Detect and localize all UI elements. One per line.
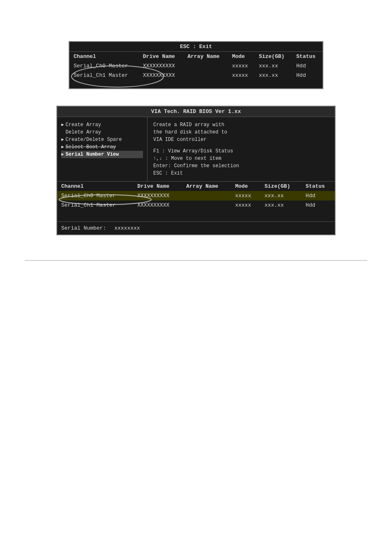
cell-mode: xxxxx (231, 191, 261, 200)
menu-item-create-delete-spare[interactable]: ► Create/Delete Spare (61, 136, 143, 143)
top-esc-bar: ESC : Exit (69, 42, 323, 52)
col-mode: Mode (231, 182, 261, 191)
top-bios-table: Channel Drive Name Array Name Mode Size(… (69, 52, 323, 88)
col-channel: Channel (57, 182, 133, 191)
help-key-enter: Enter: Confirme the selection (153, 162, 329, 170)
help-line-3: VIA IDE controller (153, 136, 329, 143)
top-bios-panel: ESC : Exit Channel Drive Name Array Name… (69, 41, 323, 89)
help-key-arrows: ↑,↓ : Move to next item (153, 155, 329, 162)
bottom-bios-panel: VIA Tech. RAID BIOS Ver 1.xx ► Create Ar… (56, 106, 336, 235)
bios-menu: ► Create Array ► Delete Array ► Create/D… (57, 117, 148, 181)
bios-help-panel: Create a RAID array with the hard disk a… (148, 117, 335, 181)
cell-drive-name: XXXXXXXXXX (139, 71, 183, 80)
help-key-esc: ESC : Exit (153, 170, 329, 177)
cell-array-name (183, 71, 228, 80)
help-line-1: Create a RAID array with (153, 121, 329, 129)
serial-row: Serial Number: xxxxxxxx (61, 225, 331, 231)
bios-content-area: ► Create Array ► Delete Array ► Create/D… (57, 117, 335, 182)
serial-label: Serial Number: (61, 225, 106, 231)
cell-mode: xxxxx (228, 61, 255, 71)
serial-section: Serial Number: xxxxxxxx (57, 221, 335, 235)
cell-mode: xxxxx (228, 71, 255, 80)
cell-array-name (182, 200, 231, 210)
cell-size: xxx.xx (255, 61, 292, 71)
cell-status: Hdd (302, 200, 335, 210)
col-size: Size(GB) (255, 52, 292, 61)
menu-arrow-icon: ► (61, 152, 64, 157)
help-line-2: the hard disk attached to (153, 129, 329, 136)
table-header-row: Channel Drive Name Array Name Mode Size(… (57, 182, 335, 191)
page-container: ESC : Exit Channel Drive Name Array Name… (0, 0, 392, 555)
menu-arrow-icon: ► (61, 137, 64, 142)
cell-size: xxx.xx (255, 71, 292, 80)
empty-row-2 (57, 216, 335, 221)
menu-item-delete-array[interactable]: ► Delete Array (61, 129, 143, 136)
menu-item-create-array[interactable]: ► Create Array (61, 121, 143, 129)
col-size: Size(GB) (261, 182, 302, 191)
bottom-bios-table: Channel Drive Name Array Name Mode Size(… (57, 182, 335, 221)
cell-size: xxx.xx (261, 191, 302, 200)
col-channel: Channel (69, 52, 139, 61)
menu-item-serial-number-view[interactable]: ► Serial Number View (61, 151, 143, 158)
cell-channel: Serial_Ch1 Master (57, 200, 133, 210)
col-status: Status (302, 182, 335, 191)
col-array-name: Array Name (182, 182, 231, 191)
cell-drive-name: XXXXXXXXXX (133, 191, 182, 200)
cell-array-name (182, 191, 231, 200)
cell-channel: Serial_Ch1 Master (69, 71, 139, 80)
menu-item-label: Create/Delete Spare (66, 137, 122, 143)
menu-item-select-boot-array[interactable]: ► Select Boot Array (61, 143, 143, 151)
empty-row (69, 80, 323, 88)
cell-array-name (183, 61, 228, 71)
cell-drive-name: XXXXXXXXXX (133, 200, 182, 210)
cell-channel: Serial_Ch0 Master (69, 61, 139, 71)
col-status: Status (292, 52, 323, 61)
help-key-f1: F1 : View Array/Disk Status (153, 147, 329, 155)
cell-size: xxx.xx (261, 200, 302, 210)
cell-drive-name: XXXXXXXXXX (139, 61, 183, 71)
bottom-drive-section: Channel Drive Name Array Name Mode Size(… (57, 182, 335, 221)
table-row[interactable]: Serial_Ch1 Master XXXXXXXXXX xxxxx xxx.x… (57, 200, 335, 210)
top-table-container: Channel Drive Name Array Name Mode Size(… (69, 52, 323, 88)
bottom-divider (25, 260, 367, 261)
cell-mode: xxxxx (231, 200, 261, 210)
cell-status: Hdd (292, 61, 323, 71)
table-row[interactable]: Serial_Ch0 Master XXXXXXXXXX xxxxx xxx.x… (69, 61, 323, 71)
bios-title-bar: VIA Tech. RAID BIOS Ver 1.xx (57, 106, 335, 117)
menu-item-label: Create Array (66, 122, 101, 128)
table-header-row: Channel Drive Name Array Name Mode Size(… (69, 52, 323, 61)
empty-row-1 (57, 210, 335, 216)
col-drive-name: Drive Name (133, 182, 182, 191)
menu-item-label: Delete Array (66, 129, 101, 135)
table-row[interactable]: Serial_Ch1 Master XXXXXXXXXX xxxxx xxx.x… (69, 71, 323, 80)
menu-arrow-icon: ► (61, 122, 64, 127)
table-row[interactable]: Serial_Ch0 Master XXXXXXXXXX xxxxx xxx.x… (57, 191, 335, 200)
serial-value: xxxxxxxx (114, 225, 140, 231)
cell-channel: Serial_Ch0 Master (57, 191, 133, 200)
col-drive-name: Drive Name (139, 52, 183, 61)
col-array-name: Array Name (183, 52, 228, 61)
menu-arrow-icon: ► (61, 145, 64, 150)
menu-item-label: Serial Number View (66, 152, 119, 157)
menu-item-label: Select Boot Array (66, 144, 116, 150)
cell-status: Hdd (302, 191, 335, 200)
col-mode: Mode (228, 52, 255, 61)
cell-status: Hdd (292, 71, 323, 80)
